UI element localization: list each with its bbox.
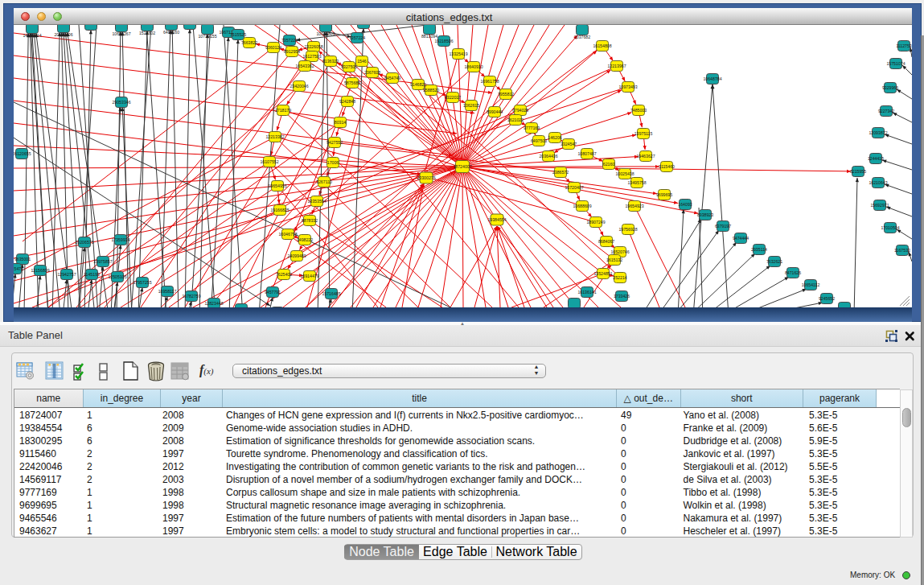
svg-text:9699695: 9699695 <box>656 192 672 197</box>
svg-text:8322017: 8322017 <box>445 95 461 100</box>
svg-text:1588520: 1588520 <box>423 88 439 93</box>
svg-text:20364436: 20364436 <box>539 154 557 159</box>
svg-text:80314: 80314 <box>335 120 347 125</box>
svg-text:9115460: 9115460 <box>659 164 675 169</box>
svg-text:8684067: 8684067 <box>598 239 614 244</box>
svg-text:19218506: 19218506 <box>434 39 453 43</box>
svg-text:8912954: 8912954 <box>284 49 300 54</box>
svg-text:20691406: 20691406 <box>54 32 72 37</box>
svg-text:1527602: 1527602 <box>139 31 155 35</box>
svg-text:26120655: 26120655 <box>14 151 31 156</box>
svg-text:1546: 1546 <box>357 59 367 64</box>
svg-text:1167533: 1167533 <box>894 248 910 253</box>
svg-text:14055714: 14055714 <box>23 33 41 38</box>
svg-text:13353594: 13353594 <box>307 199 326 204</box>
svg-text:15720407: 15720407 <box>565 185 583 190</box>
svg-text:16136141: 16136141 <box>577 290 596 295</box>
svg-text:16127503: 16127503 <box>302 54 321 59</box>
svg-text:18724007: 18724007 <box>453 164 471 169</box>
svg-text:7357224: 7357224 <box>281 38 298 43</box>
svg-text:1621022: 1621022 <box>507 117 524 122</box>
svg-text:17957255: 17957255 <box>133 280 151 285</box>
svg-text:24099489: 24099489 <box>287 253 306 258</box>
svg-text:16107552: 16107552 <box>260 159 278 164</box>
svg-text:1112753: 1112753 <box>896 43 912 48</box>
svg-text:7515525: 7515525 <box>230 32 246 37</box>
svg-text:12093872: 12093872 <box>869 130 887 135</box>
svg-text:7625402: 7625402 <box>276 272 292 277</box>
svg-text:13495758: 13495758 <box>627 180 646 185</box>
svg-text:1733426: 1733426 <box>614 294 630 299</box>
svg-text:2037682: 2037682 <box>574 35 590 39</box>
svg-text:9427552: 9427552 <box>326 140 343 145</box>
svg-text:16958117: 16958117 <box>158 289 177 294</box>
svg-text:9245652: 9245652 <box>819 296 835 301</box>
svg-text:2367608: 2367608 <box>364 70 380 75</box>
svg-text:9777169: 9777169 <box>524 126 540 130</box>
svg-text:16520746: 16520746 <box>610 249 629 254</box>
svg-text:19463627: 19463627 <box>636 154 655 159</box>
svg-text:9329966: 9329966 <box>882 85 898 90</box>
svg-text:19654923: 19654923 <box>625 204 643 208</box>
svg-text:16046798: 16046798 <box>278 232 297 237</box>
svg-text:7485003: 7485003 <box>630 108 647 113</box>
svg-text:17359934: 17359934 <box>111 237 129 242</box>
svg-text:12505105: 12505105 <box>108 274 126 279</box>
svg-text:10719155: 10719155 <box>198 34 216 39</box>
svg-text:3267110: 3267110 <box>316 179 332 184</box>
svg-text:23226058: 23226058 <box>304 44 322 49</box>
svg-text:10025438: 10025438 <box>615 171 634 176</box>
svg-text:8990444: 8990444 <box>487 109 503 114</box>
svg-text:29053346: 29053346 <box>112 100 130 105</box>
svg-text:12942757: 12942757 <box>57 272 76 277</box>
svg-text:16782759: 16782759 <box>182 294 200 299</box>
svg-text:10973493: 10973493 <box>618 84 637 89</box>
svg-text:252214: 252214 <box>613 275 626 280</box>
svg-text:9146821: 9146821 <box>410 82 426 87</box>
svg-text:10688609: 10688609 <box>573 204 591 208</box>
svg-text:12213382: 12213382 <box>265 134 284 139</box>
svg-text:8471626: 8471626 <box>785 270 801 275</box>
svg-text:23975857: 23975857 <box>93 259 112 264</box>
svg-text:16154808: 16154808 <box>593 43 611 48</box>
svg-text:146206: 146206 <box>548 135 561 140</box>
svg-text:9360124: 9360124 <box>265 45 281 50</box>
svg-text:3915471: 3915471 <box>14 266 23 271</box>
svg-text:12213967: 12213967 <box>607 64 626 68</box>
svg-text:16961758: 16961758 <box>480 79 499 84</box>
svg-text:23420046: 23420046 <box>290 84 308 89</box>
svg-text:10033809: 10033809 <box>316 31 335 36</box>
svg-text:20206575: 20206575 <box>75 240 93 245</box>
svg-text:15751074: 15751074 <box>886 61 905 66</box>
svg-text:12823448: 12823448 <box>204 301 223 306</box>
svg-text:19654955: 19654955 <box>268 183 286 188</box>
svg-text:9457791: 9457791 <box>265 290 281 295</box>
svg-text:9474444: 9474444 <box>733 236 749 241</box>
svg-text:19756928: 19756928 <box>618 227 637 232</box>
svg-text:16210643: 16210643 <box>869 180 887 185</box>
svg-text:8878332: 8878332 <box>302 218 318 223</box>
svg-text:13325419: 13325419 <box>449 51 467 56</box>
svg-text:8215955: 8215955 <box>850 169 866 174</box>
svg-text:9327505: 9327505 <box>341 64 357 69</box>
svg-text:3324547: 3324547 <box>561 142 577 146</box>
svg-text:12156809: 12156809 <box>31 268 49 273</box>
svg-text:9227342: 9227342 <box>878 109 894 113</box>
svg-text:13524851: 13524851 <box>593 271 612 276</box>
svg-text:6466160: 6466160 <box>163 30 179 35</box>
svg-text:6379197: 6379197 <box>715 224 731 229</box>
svg-text:164093: 164093 <box>678 202 692 207</box>
svg-text:10807487: 10807487 <box>577 151 596 156</box>
svg-text:16914479: 16914479 <box>300 274 318 278</box>
svg-text:19166825: 19166825 <box>270 208 289 212</box>
svg-text:1244415: 1244415 <box>868 156 884 161</box>
svg-text:1145193: 1145193 <box>84 272 100 277</box>
svg-text:6794028: 6794028 <box>512 108 528 113</box>
svg-text:1362615: 1362615 <box>463 103 479 108</box>
svg-text:18640910: 18640910 <box>464 64 483 69</box>
svg-text:19384554: 19384554 <box>487 217 506 222</box>
svg-text:2718179: 2718179 <box>275 108 291 113</box>
svg-text:15692971: 15692971 <box>870 203 889 208</box>
svg-text:13975115: 13975115 <box>634 131 653 136</box>
svg-text:17006: 17006 <box>327 160 339 165</box>
